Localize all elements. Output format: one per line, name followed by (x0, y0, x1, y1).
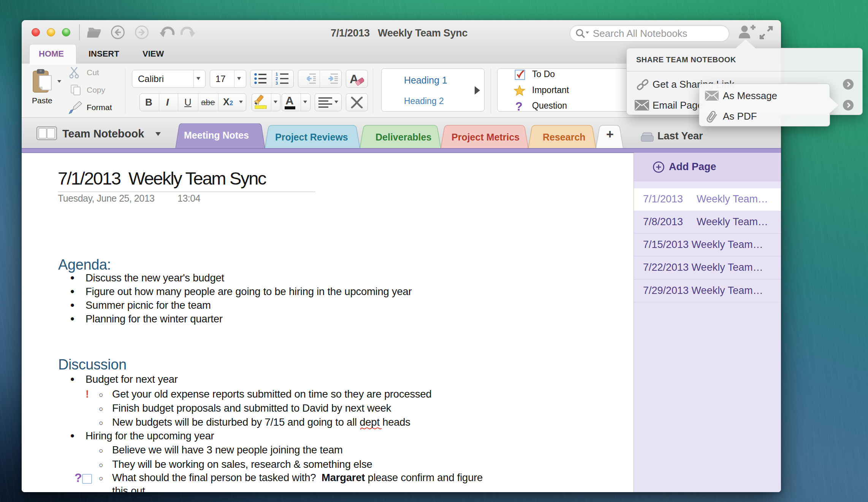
svg-text:1: 1 (276, 72, 278, 76)
svg-text:2: 2 (276, 76, 278, 81)
svg-text:3: 3 (276, 81, 278, 85)
